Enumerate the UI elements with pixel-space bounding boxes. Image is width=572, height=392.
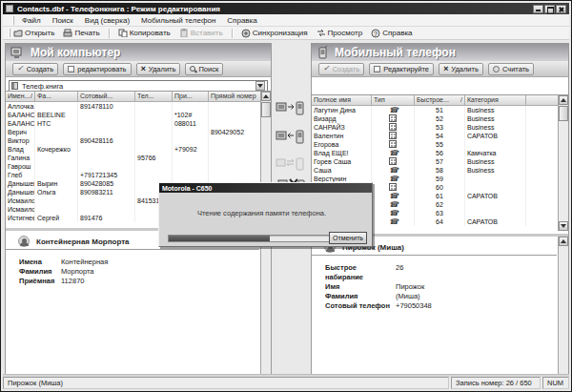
computer-detail-fields: Имена Контейнерная Фамилия Морпорта Приё… <box>6 258 259 286</box>
table-row[interactable]: БАЛАНС НТС 088011 <box>6 119 271 128</box>
status-record-counter: Запись номер: 26 / 650 <box>451 377 541 389</box>
computer-detail-scrollbar[interactable] <box>260 231 271 375</box>
svg-text:?: ? <box>374 31 378 37</box>
phone-detail-scrollbar[interactable] <box>558 237 568 375</box>
create-button[interactable]: ✓Создать <box>12 63 58 75</box>
scroll-down-icon[interactable] <box>559 221 568 231</box>
table-row[interactable]: Визард 52 Business <box>312 114 568 123</box>
menu-item[interactable]: Справка <box>227 16 256 25</box>
toolbar-separator <box>232 29 233 38</box>
search-icon <box>190 66 195 72</box>
computer-detail-panel: Контейнерная Морпорта Имена Контейнерная… <box>6 228 271 375</box>
copy-button[interactable]: Копировать <box>116 28 173 38</box>
dialog-message: Чтение содержания памяти телефона. <box>197 209 326 217</box>
phone-table-scrollbar[interactable] <box>558 95 568 231</box>
menu-item[interactable]: Поиск <box>52 16 73 25</box>
computer-table-header: Имен.../ Фа... Сотовый... Тел... При... … <box>6 92 271 102</box>
phone-create-button[interactable]: ✓Создать <box>318 63 364 75</box>
scroll-up-icon[interactable] <box>559 237 568 246</box>
column-header-fullname[interactable]: Полное имя <box>312 95 372 106</box>
menu-item[interactable]: Файл <box>22 16 41 25</box>
column-header-reception[interactable]: При... <box>173 92 209 102</box>
detail-field: Фамилия Морпорта <box>6 267 259 277</box>
phone-read-button[interactable]: Считать <box>488 63 534 75</box>
detail-field: Имена Контейнерная <box>6 258 259 267</box>
help-button[interactable]: ? Справка <box>369 28 414 39</box>
open-button[interactable]: Открыть <box>11 28 56 38</box>
view-button[interactable]: Просмотр <box>315 28 365 38</box>
compare-contacts-button[interactable] <box>274 152 308 175</box>
toolbar-grip <box>9 29 10 37</box>
sync-both-icon <box>276 155 306 172</box>
contact-type-icon <box>389 123 397 131</box>
column-header-tel[interactable]: Тел... <box>135 92 173 102</box>
paste-button[interactable]: Вставить <box>177 28 225 38</box>
sort-indicator: / <box>31 93 32 100</box>
table-row[interactable]: Егорова 55 <box>312 140 568 149</box>
contact-type-icon <box>389 217 397 225</box>
progress-dialog: Motorola - C650 Чтение содержания памяти… <box>158 182 373 247</box>
table-row[interactable]: Горев Саша 57 Business <box>312 157 568 166</box>
search-button[interactable]: Поиск <box>185 63 223 75</box>
delete-button[interactable]: ×Удалить <box>136 63 181 75</box>
phone-edit-button[interactable]: Редактируйте <box>369 63 434 75</box>
column-header-cell[interactable]: Сотовый... <box>78 92 135 102</box>
transfer-to-phone-button[interactable] <box>274 96 308 119</box>
table-row[interactable]: Влад Кочережко +79092 <box>6 145 271 154</box>
progress-fill <box>169 236 270 241</box>
table-row[interactable]: Верич 890429052 <box>6 128 271 136</box>
menu-item[interactable]: Мобильный телефон <box>141 16 215 25</box>
application-window: Contacts.dbf - Телефонкнига : Режим реда… <box>0 0 572 392</box>
transfer-to-computer-button[interactable] <box>274 125 308 148</box>
dialog-title-bar: Motorola - C650 <box>159 183 372 193</box>
edit-button[interactable]: редактировать <box>63 63 131 75</box>
status-numlock: NUM <box>542 377 569 389</box>
toolbar-separator <box>109 29 110 38</box>
combo-dropdown-button[interactable] <box>255 81 265 91</box>
progress-bar <box>168 235 330 242</box>
contact-type-icon <box>389 114 397 122</box>
column-header-name[interactable]: Имен.../ <box>6 92 35 102</box>
contact-type-icon <box>389 200 397 208</box>
scroll-up-icon[interactable] <box>261 92 271 101</box>
table-row[interactable]: Глеб +791721345 <box>6 171 271 179</box>
print-button[interactable]: Печать <box>61 28 101 38</box>
close-icon[interactable] <box>556 5 566 13</box>
table-row[interactable]: Лагутин Дина 51 Business <box>312 106 568 114</box>
table-row[interactable]: Саша 58 Business <box>312 166 568 175</box>
column-header-surname[interactable]: Фа... <box>35 92 78 102</box>
table-row[interactable]: Галина 95766 <box>6 154 271 162</box>
scrollbar-thumb[interactable] <box>559 106 568 121</box>
menu-item[interactable]: Вид (сверка) <box>85 16 130 25</box>
table-row[interactable]: Виктор 890428116 <box>6 136 271 145</box>
table-row[interactable]: Аллочка 891478110 <box>6 102 271 111</box>
contact-type-icon <box>389 183 397 191</box>
delete-x-icon: × <box>443 65 448 72</box>
refresh-icon <box>493 66 500 72</box>
table-row[interactable]: Валентин 54 САРАТОВ <box>312 132 568 140</box>
table-row[interactable]: БАЛАНС BEELINE *102# <box>6 111 271 119</box>
avatar <box>18 236 30 247</box>
phone-panel-toolbar: ✓Создать Редактируйте ×Удалить Считать <box>312 61 568 77</box>
column-header-direct[interactable]: Прямой номер <box>209 92 261 102</box>
scrollbar-thumb[interactable] <box>261 102 271 117</box>
detail-field: Фамилия (Миша) <box>312 292 557 301</box>
table-row[interactable]: Влад ЕЩЕ! 56 Камчатка <box>312 149 568 157</box>
sync-button[interactable]: Синхронизация <box>239 28 310 39</box>
title-bar: Contacts.dbf - Телефонкнига : Режим реда… <box>3 3 569 14</box>
column-header-type[interactable]: Тип <box>372 95 415 106</box>
phone-delete-button[interactable]: ×Удалить <box>439 63 483 75</box>
column-header-speeddial[interactable]: Быстрое.../ <box>415 95 465 106</box>
status-bar: Пирожок (Миша) Запись номер: 26 / 650 NU… <box>3 377 569 389</box>
minimize-icon[interactable] <box>533 5 543 13</box>
table-row[interactable]: САНРАЙЗ 53 Business <box>312 123 568 132</box>
table-row[interactable]: Гаврош <box>6 162 271 171</box>
sync-icon <box>241 29 251 38</box>
phone-table-header: Полное имя Тип Быстрое.../ Категория <box>312 95 568 106</box>
delete-x-icon: × <box>141 65 146 72</box>
cancel-button[interactable]: Отменить <box>329 232 367 244</box>
phone-panel-header: Мобильный телефон <box>312 44 568 61</box>
column-header-category[interactable]: Категория <box>465 95 526 106</box>
maximize-icon[interactable] <box>544 5 555 13</box>
scroll-up-icon[interactable] <box>559 95 568 105</box>
